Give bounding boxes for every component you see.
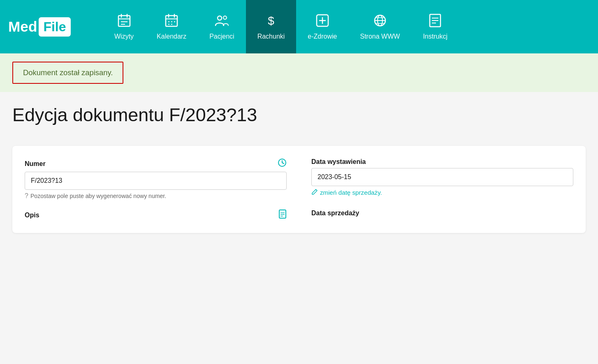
ezdrowie-icon <box>315 13 330 30</box>
nav-item-strona[interactable]: Strona WWW <box>348 0 411 53</box>
svg-rect-6 <box>166 16 177 26</box>
change-date-text: zmień datę sprzedaży. <box>320 189 382 196</box>
nav-items: Wizyty Kalendarz <box>103 0 590 53</box>
nav-item-ezdrowie[interactable]: e-Zdrowie <box>296 0 348 53</box>
data-sprzedazy-label: Data sprzedaży <box>311 210 573 217</box>
question-icon: ? <box>25 192 28 200</box>
kalendarz-label: Kalendarz <box>157 33 186 40</box>
logo-file: File <box>39 17 70 37</box>
data-wystawienia-input[interactable] <box>311 168 573 186</box>
nav-item-kalendarz[interactable]: Kalendarz <box>145 0 198 53</box>
notification-box: Dokument został zapisany. <box>12 62 123 84</box>
pacjenci-label: Pacjenci <box>209 33 234 40</box>
notification-message: Dokument został zapisany. <box>23 68 113 77</box>
svg-point-15 <box>218 16 222 20</box>
numer-input[interactable] <box>25 172 287 190</box>
rachunki-icon: $ <box>264 13 278 30</box>
clock-icon <box>278 158 287 169</box>
data-sprzedazy-group: Data sprzedaży <box>311 210 573 221</box>
numer-group: Numer ? Pozostaw pole puste aby wygenero… <box>25 158 287 200</box>
form-grid: Numer ? Pozostaw pole puste aby wygenero… <box>25 158 573 221</box>
numer-hint: ? Pozostaw pole puste aby wygenerować no… <box>25 192 287 200</box>
nav-item-pacjenci[interactable]: Pacjenci <box>198 0 246 53</box>
edit-icon <box>311 189 318 196</box>
opis-label: Opis <box>25 210 287 221</box>
svg-point-16 <box>223 16 227 19</box>
svg-rect-33 <box>279 210 286 218</box>
strona-label: Strona WWW <box>360 33 400 40</box>
ezdrowie-label: e-Zdrowie <box>308 33 337 40</box>
navbar: Med File Wizyty <box>0 0 598 53</box>
change-date-link[interactable]: zmień datę sprzedaży. <box>311 189 573 196</box>
data-wystawienia-label: Data wystawienia <box>311 158 573 166</box>
logo[interactable]: Med File <box>8 17 90 37</box>
wizyty-label: Wizyty <box>114 33 134 40</box>
main-content: Edycja dokumentu F/2023?13 Numer <box>0 92 598 233</box>
numer-label: Numer <box>25 158 287 169</box>
instrukcj-label: Instrukcj <box>423 33 447 40</box>
opis-group: Opis <box>25 210 287 221</box>
nav-item-wizyty[interactable]: Wizyty <box>103 0 145 53</box>
svg-rect-0 <box>118 16 130 26</box>
nav-item-rachunki[interactable]: $ Rachunki <box>246 0 297 53</box>
svg-line-32 <box>282 163 284 164</box>
svg-text:$: $ <box>268 14 274 27</box>
numer-hint-text: Pozostaw pole puste aby wygenerować nowy… <box>30 193 166 199</box>
kalendarz-icon <box>164 13 179 30</box>
data-wystawienia-group: Data wystawienia zmień datę sprzedaży. <box>311 158 573 200</box>
nav-item-instrukcj[interactable]: Instrukcj <box>411 0 459 53</box>
pacjenci-icon <box>214 13 229 30</box>
strona-icon <box>373 13 387 30</box>
logo-med: Med <box>8 18 37 35</box>
instrukcj-icon <box>428 13 443 30</box>
document-icon <box>278 210 287 221</box>
rachunki-label: Rachunki <box>257 33 285 40</box>
page-title: Edycja dokumentu F/2023?13 <box>12 104 586 129</box>
form-card: Numer ? Pozostaw pole puste aby wygenero… <box>12 146 586 233</box>
wizyty-icon <box>117 13 132 30</box>
notification-banner: Dokument został zapisany. <box>0 53 598 92</box>
